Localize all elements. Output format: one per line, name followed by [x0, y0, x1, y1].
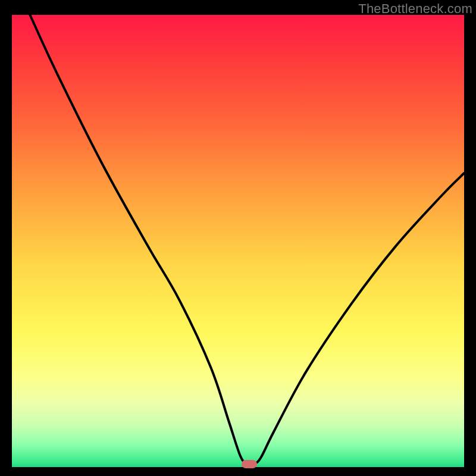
curve-svg — [12, 15, 464, 467]
bottleneck-curve — [30, 15, 464, 465]
optimal-point-marker — [242, 460, 257, 468]
